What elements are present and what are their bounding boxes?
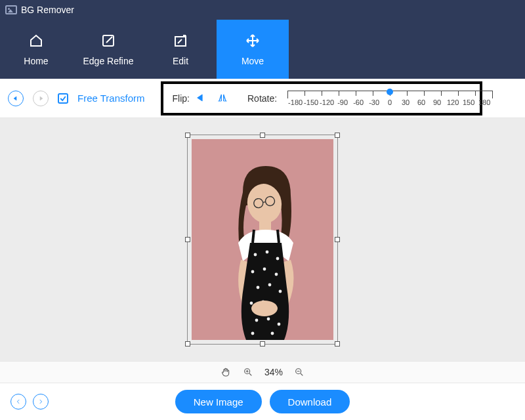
edit-icon: [172, 32, 189, 49]
nav-home[interactable]: Home: [0, 20, 72, 79]
canvas-image[interactable]: [192, 139, 333, 340]
nav-edge-refine[interactable]: Edge Refine: [72, 20, 144, 79]
redo-button[interactable]: [33, 91, 49, 106]
flip-label: Flip:: [173, 93, 190, 104]
svg-point-13: [268, 284, 272, 287]
svg-point-23: [251, 301, 278, 316]
home-icon: [28, 32, 45, 49]
flip-vertical-button[interactable]: [216, 93, 229, 104]
navbar: Home Edge Refine Edit Move: [0, 20, 525, 79]
zoom-out-button[interactable]: [293, 366, 305, 378]
move-toolbar: Free Transform Flip: Rotate:: [0, 79, 525, 118]
svg-point-21: [251, 332, 255, 335]
download-button[interactable]: Download: [270, 390, 350, 413]
nav-label: Move: [242, 56, 264, 66]
svg-point-7: [266, 251, 269, 254]
pan-hand-button[interactable]: [220, 366, 232, 378]
nav-edit[interactable]: Edit: [144, 20, 217, 79]
next-image-button[interactable]: [33, 394, 49, 410]
svg-point-12: [257, 286, 260, 289]
handle-bottom-center[interactable]: [260, 341, 265, 346]
svg-point-15: [250, 302, 253, 305]
free-transform-label[interactable]: Free Transform: [77, 93, 145, 104]
free-transform-checkbox[interactable]: [58, 93, 68, 104]
zoom-in-button[interactable]: [242, 366, 254, 378]
nav-label: Edit: [173, 56, 188, 66]
app-title: BG Remover: [21, 5, 74, 15]
nav-label: Edge Refine: [83, 56, 133, 66]
new-image-button[interactable]: New Image: [175, 390, 262, 413]
rotate-slider[interactable]: -180 -150 -120 -90 -60 -30 0 30 60 90 12…: [287, 91, 492, 106]
prev-image-button[interactable]: [10, 394, 26, 410]
svg-point-11: [275, 273, 278, 276]
svg-point-8: [276, 257, 280, 261]
handle-bottom-right[interactable]: [335, 341, 340, 346]
nav-move[interactable]: Move: [217, 20, 289, 79]
handle-top-center[interactable]: [260, 133, 265, 138]
transform-frame[interactable]: [187, 135, 338, 345]
flip-horizontal-button[interactable]: [196, 93, 209, 104]
flip-rotate-panel: Flip: Rotate:: [161, 81, 482, 116]
svg-rect-5: [259, 220, 271, 231]
svg-point-20: [278, 323, 281, 326]
rotate-label: Rotate:: [247, 93, 277, 104]
handle-bottom-left[interactable]: [185, 341, 190, 346]
rotate-tick-track: [287, 91, 492, 98]
edge-refine-icon: [100, 32, 117, 49]
svg-point-18: [255, 319, 259, 322]
svg-point-19: [267, 318, 270, 321]
footer: New Image Download: [0, 383, 525, 420]
svg-point-6: [254, 253, 257, 257]
titlebar: BG Remover: [0, 0, 525, 20]
undo-button[interactable]: [8, 91, 24, 106]
app-logo-icon: [5, 5, 17, 14]
canvas-area[interactable]: [0, 118, 525, 361]
rotate-thumb[interactable]: [387, 89, 393, 95]
move-icon: [244, 32, 261, 49]
zoom-bar: 34%: [0, 361, 525, 383]
handle-middle-right[interactable]: [335, 237, 340, 242]
handle-top-left[interactable]: [185, 133, 190, 138]
zoom-percent: 34%: [264, 367, 283, 377]
subject-person: [207, 156, 318, 340]
svg-point-10: [263, 268, 266, 271]
svg-point-22: [271, 332, 274, 335]
handle-middle-left[interactable]: [185, 237, 190, 242]
svg-point-9: [251, 270, 255, 274]
rotate-tick-labels: -180 -150 -120 -90 -60 -30 0 30 60 90 12…: [287, 98, 492, 106]
handle-top-right[interactable]: [335, 133, 340, 138]
svg-point-14: [279, 290, 282, 293]
nav-label: Home: [24, 56, 48, 66]
